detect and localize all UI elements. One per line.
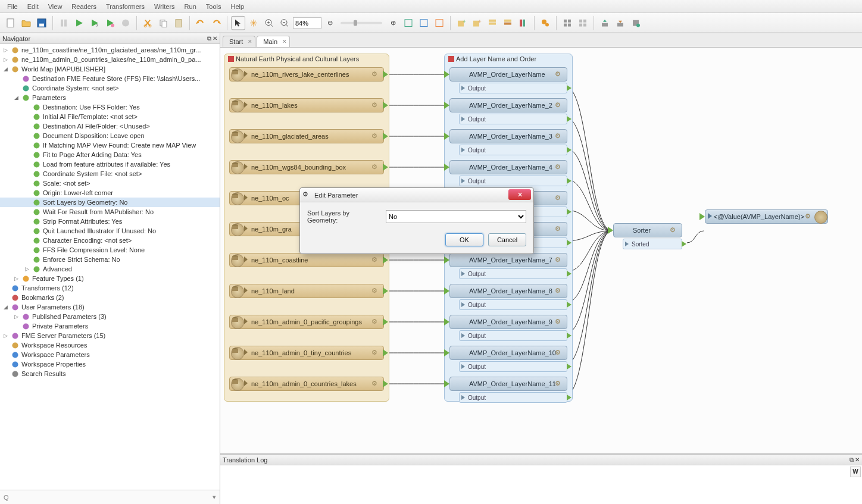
tree-row[interactable]: Workspace Parameters [0,350,220,359]
gear-icon[interactable]: ⚙ [371,318,381,327]
tree-row[interactable]: Document Disposition: Leave open [0,131,220,140]
gear-icon[interactable]: ⚙ [371,287,381,296]
tree-row[interactable]: ▷ne_110m_admin_0_countries_lakes/ne_110m… [0,55,220,64]
panel-close-icon[interactable]: ✕ [855,456,860,464]
pause-icon[interactable] [57,15,71,30]
gear-icon[interactable]: ⚙ [555,256,564,265]
catalog-icon[interactable] [516,15,530,30]
menu-run[interactable]: Run [180,3,201,10]
transformer-node[interactable]: AVMP_Order_LayerName⚙Output [449,67,567,93]
tree-row[interactable]: Character Encoding: <not set> [0,236,220,245]
expand-icon[interactable]: ▷ [14,276,20,281]
reader-node[interactable]: ne_110m_lakes⚙ [229,98,384,112]
tree-row[interactable]: ▷Feature Types (1) [0,274,220,283]
tree-row[interactable]: Destination AI File/Folder: <Unused> [0,121,220,131]
server-icon[interactable] [629,15,643,30]
undo-icon[interactable] [193,15,208,30]
reader-node[interactable]: ne_110m_glaciated_areas⚙ [229,129,384,143]
transformer-node[interactable]: AVMP_Order_LayerName_10⚙Output [449,346,567,372]
tree-row[interactable]: Destination: Use FFS Folder: Yes [0,102,220,112]
tree-row[interactable]: Private Parameters [0,321,220,331]
expand-icon[interactable]: ◢ [4,304,10,310]
menu-transformers[interactable]: Transformers [101,3,149,10]
close-icon[interactable]: ✕ [282,39,287,45]
expand-icon[interactable]: ▷ [14,314,20,320]
gears-icon[interactable] [538,15,552,30]
tree-row[interactable]: FFS File Compression Level: None [0,245,220,255]
tree-row[interactable]: ▷Advanced [0,264,220,274]
tree-row[interactable]: ▷Published Parameters (3) [0,312,220,321]
reader-node[interactable]: ne_110m_admin_0_tiny_countries⚙ [229,346,384,360]
cut-icon[interactable] [140,15,155,30]
menu-help[interactable]: Help [226,3,249,10]
extent-icon[interactable] [417,15,431,30]
tree-row[interactable]: Destination FME Feature Store (FFS) File… [0,74,220,83]
reader-node[interactable]: ne_110m_rivers_lake_centerlines⚙ [229,67,384,82]
tree-row[interactable]: ◢User Parameters (18) [0,302,220,312]
gear-icon[interactable]: ⚙ [371,349,381,358]
zoom-minus-icon[interactable]: ⊖ [323,15,337,30]
edit-reader-icon[interactable] [485,15,499,30]
gear-icon[interactable]: ⚙ [555,287,564,296]
tree-row[interactable]: Fit to Page After Adding Data: Yes [0,150,220,159]
tree-row[interactable]: Load from feature attributes if availabl… [0,159,220,169]
navigator-tree[interactable]: ▷ne_110m_coastline/ne_110m_glaciated_are… [0,44,220,490]
dialog-titlebar[interactable]: ⚙ Edit Parameter ✕ [300,188,533,202]
tree-row[interactable]: Strip Format Attributes: Yes [0,217,220,226]
sorter-node[interactable]: Sorter ⚙ Sorted [613,223,682,254]
menu-file[interactable]: File [2,3,23,10]
dialog-close-button[interactable]: ✕ [508,189,531,200]
menu-edit[interactable]: Edit [23,3,43,10]
pan-icon[interactable] [246,15,261,30]
close-icon[interactable]: ✕ [248,39,252,45]
gear-icon[interactable]: ⚙ [555,349,564,358]
gear-icon[interactable]: ⚙ [371,256,381,265]
tree-row[interactable]: Initial AI File/Template: <not set> [0,112,220,121]
gear-icon[interactable]: ⚙ [555,163,564,173]
grid2-icon[interactable] [576,15,590,30]
tree-row[interactable]: Coordinate System: <not set> [0,83,220,93]
expand-icon[interactable]: ▷ [25,266,31,272]
select-icon[interactable] [231,15,245,30]
edit-writer-icon[interactable] [501,15,515,30]
gear-icon[interactable]: ⚙ [371,70,381,80]
translation-log-body[interactable]: W [220,465,862,504]
ok-button[interactable]: OK [445,233,483,246]
reader-node[interactable]: ne_110m_admin_0_countries_lakes⚙ [229,377,384,391]
menu-readers[interactable]: Readers [67,3,101,10]
tree-row[interactable]: ◢World Map [MAPUBLISHER] [0,64,220,74]
expand-icon[interactable]: ▷ [4,333,10,339]
run-icon[interactable] [72,15,86,30]
gear-icon[interactable]: ⚙ [555,194,564,204]
gear-icon[interactable]: ⚙ [670,226,679,236]
panel-restore-icon[interactable]: ⧉ [849,456,854,464]
run-debug-icon[interactable] [103,15,117,30]
grid-icon[interactable] [560,15,574,30]
gear-icon[interactable]: ⚙ [805,212,814,222]
publish-icon[interactable] [598,15,612,30]
tree-row[interactable]: ◢Parameters [0,93,220,102]
stop-icon[interactable] [118,15,133,30]
gear-icon[interactable]: ⚙ [371,132,381,142]
transformer-node[interactable]: AVMP_Order_LayerName_2⚙Output [449,98,567,124]
expand-icon[interactable]: ◢ [4,66,10,72]
tree-row[interactable]: Enforce Strict Schema: No [0,255,220,264]
reader-node[interactable]: ne_110m_admin_0_pacific_groupings⚙ [229,315,384,329]
dropdown-icon[interactable]: ▾ [213,493,216,501]
zoom-out-icon[interactable] [277,15,292,30]
save-icon[interactable] [35,15,49,30]
add-reader-icon[interactable]: + [454,15,469,30]
transformer-node[interactable]: AVMP_Order_LayerName_3⚙Output [449,129,567,155]
tree-row[interactable]: Scale: <not set> [0,179,220,188]
gear-icon[interactable]: ⚙ [371,163,381,173]
expand-icon[interactable]: ◢ [14,95,20,101]
tree-row[interactable]: Search Results [0,369,220,378]
dialog-select[interactable]: No [386,210,526,223]
tree-row[interactable]: Wait For Result from MAPublisher: No [0,207,220,217]
tree-row[interactable]: If Matching MAP View Found: Create new M… [0,140,220,150]
expand-icon[interactable]: ▷ [4,47,10,53]
gear-icon[interactable]: ⚙ [555,318,564,327]
panel-close-icon[interactable]: ✕ [213,35,217,42]
run-prompt-icon[interactable]: ? [88,15,102,30]
panel-restore-icon[interactable]: ⧉ [207,35,211,42]
